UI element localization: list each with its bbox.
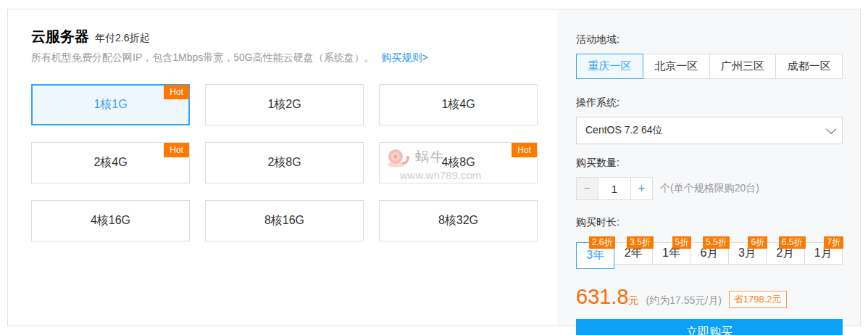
os-select[interactable]: CentOS 7.2 64位	[576, 117, 843, 144]
spec-label: 8核16G	[264, 213, 304, 228]
duration-option-1m[interactable]: 1月 7折	[804, 242, 843, 265]
buy-button[interactable]: 立即购买	[576, 319, 843, 335]
spec-option[interactable]: 8核16G	[205, 200, 364, 241]
hot-badge: Hot	[512, 143, 537, 157]
spec-grid: 1核1G Hot 1核2G 1核4G 2核4G Hot 2核8G 4核8G Ho…	[31, 84, 538, 241]
duration-option-2y[interactable]: 2年 3.5折	[614, 242, 652, 265]
duration-option-2m[interactable]: 2月 6.5折	[766, 242, 804, 265]
hot-badge: Hot	[164, 85, 189, 99]
spec-option[interactable]: 1核4G	[379, 84, 538, 125]
page-title: 云服务器	[31, 28, 89, 44]
region-label: 活动地域:	[576, 33, 860, 46]
duration-option-label: 3年	[586, 248, 604, 263]
discount-badge: 5.5折	[703, 236, 730, 249]
quantity-minus-button[interactable]: −	[576, 177, 598, 200]
price-row: 631.8 元 (约为17.55元/月) 省1798.2元	[576, 285, 860, 310]
quantity-plus-button[interactable]: +	[630, 177, 653, 200]
duration-selector: 3年 2.6折 2年 3.5折 1年 5折 6月 5.5折 3月 6折	[576, 242, 843, 269]
region-selector: 重庆一区 北京一区 广州三区 成都一区	[576, 54, 843, 79]
spec-label: 8核32G	[438, 213, 478, 228]
spec-label: 1核4G	[441, 97, 475, 112]
buy-rules-link[interactable]: 购买规则>	[382, 51, 428, 63]
os-label: 操作系统:	[576, 96, 860, 109]
duration-label: 购买时长:	[576, 216, 860, 229]
config-panel: 活动地域: 重庆一区 北京一区 广州三区 成都一区 操作系统: CentOS 7…	[557, 9, 860, 326]
spec-option[interactable]: 2核8G	[205, 142, 364, 183]
quantity-label: 购买数量:	[576, 157, 860, 170]
quantity-input[interactable]	[598, 177, 631, 200]
discount-badge: 5折	[672, 236, 692, 249]
spec-label: 4核8G	[441, 155, 475, 170]
price-unit: 元	[629, 294, 639, 307]
hot-badge: Hot	[164, 143, 189, 157]
chevron-down-icon	[826, 124, 836, 134]
quantity-stepper: − + 个(单个规格限购20台)	[576, 177, 860, 200]
price-monthly-note: (约为17.55元/月)	[646, 294, 722, 307]
spec-label: 1核2G	[267, 97, 301, 112]
discount-badge: 3.5折	[627, 236, 654, 249]
duration-option-6m[interactable]: 6月 5.5折	[690, 242, 728, 265]
os-selected-value: CentOS 7.2 64位	[585, 124, 663, 137]
duration-option-3y[interactable]: 3年 2.6折	[576, 242, 614, 269]
discount-badge: 2.6折	[589, 236, 616, 249]
region-option-beijing[interactable]: 北京一区	[643, 54, 710, 79]
description-text: 所有机型免费分配公网IP，包含1Mbps带宽，50G高性能云硬盘（系统盘）。	[31, 51, 375, 63]
discount-badge: 6折	[748, 236, 767, 249]
duration-option-1y[interactable]: 1年 5折	[652, 242, 690, 265]
region-option-chongqing[interactable]: 重庆一区	[576, 54, 643, 79]
quantity-limit-note: 个(单个规格限购20台)	[660, 182, 759, 195]
spec-section: 云服务器年付2.6折起 所有机型免费分配公网IP，包含1Mbps带宽，50G高性…	[8, 9, 557, 326]
savings-badge: 省1798.2元	[729, 291, 787, 308]
spec-option[interactable]: 8核32G	[379, 200, 538, 241]
spec-label: 1核1G	[93, 97, 127, 112]
spec-label: 2核8G	[267, 155, 301, 170]
discount-badge: 6.5折	[779, 236, 806, 249]
spec-option[interactable]: 4核8G Hot	[379, 142, 538, 183]
region-option-guangzhou[interactable]: 广州三区	[709, 54, 777, 79]
duration-option-3m[interactable]: 3月 6折	[728, 242, 767, 265]
discount-badge: 7折	[824, 236, 843, 249]
cloud-server-card: 云服务器年付2.6折起 所有机型免费分配公网IP，包含1Mbps带宽，50G高性…	[7, 9, 861, 326]
promo-tag: 年付2.6折起	[95, 32, 149, 44]
spec-option[interactable]: 4核16G	[31, 200, 190, 241]
spec-option[interactable]: 1核2G	[205, 84, 364, 125]
spec-option[interactable]: 2核4G Hot	[31, 142, 190, 183]
spec-option[interactable]: 1核1G Hot	[31, 84, 190, 125]
spec-label: 4核16G	[91, 213, 130, 228]
price-amount: 631.8	[576, 285, 629, 309]
region-option-chengdu[interactable]: 成都一区	[775, 54, 843, 79]
spec-label: 2核4G	[93, 155, 127, 170]
